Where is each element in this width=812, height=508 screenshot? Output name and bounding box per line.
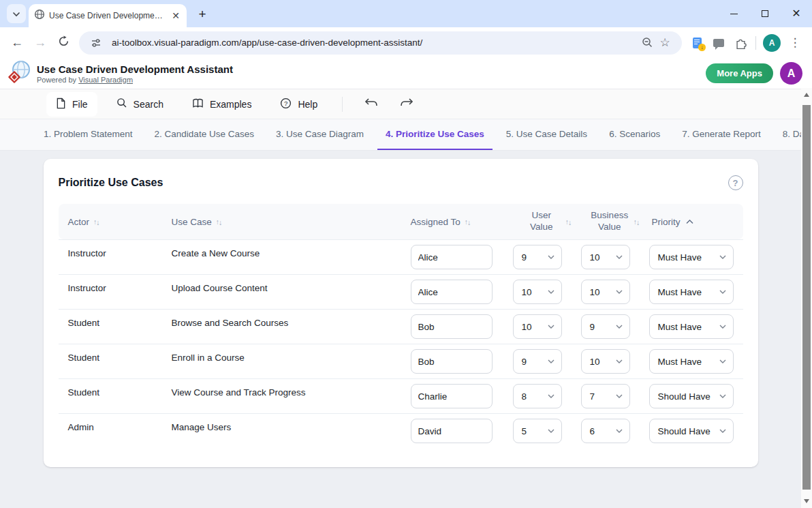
column-header-priority[interactable]: Priority [649, 217, 743, 227]
more-apps-button[interactable]: More Apps [706, 63, 773, 83]
priority-select[interactable]: Must Have [649, 280, 734, 304]
actor-cell: Admin [59, 422, 172, 432]
user-avatar[interactable]: A [780, 62, 802, 85]
business-value-select[interactable]: 7 [581, 384, 630, 408]
url-bar[interactable]: ai-toolbox.visual-paradigm.com/app/use-c… [79, 31, 682, 55]
comment-bubble-icon[interactable] [708, 32, 730, 54]
file-icon [56, 98, 66, 111]
step-tabs: 1. Problem Statement 2. Candidate Use Ca… [0, 119, 801, 151]
reload-icon [58, 35, 69, 50]
svg-text:?: ? [284, 99, 287, 106]
priority-select[interactable]: Should Have [649, 419, 734, 443]
priority-select[interactable]: Must Have [649, 314, 734, 339]
sort-ascending-icon [686, 220, 693, 224]
chevron-down-icon [719, 394, 726, 398]
user-value-select[interactable]: 5 [513, 419, 562, 443]
file-menu[interactable]: File [46, 92, 97, 117]
actor-cell: Student [59, 353, 172, 363]
close-icon: ✕ [792, 8, 800, 19]
window-maximize-button[interactable] [749, 0, 781, 27]
column-header-actor[interactable]: Actor ↑↓ [59, 217, 172, 227]
bookmark-star-icon[interactable]: ☆ [656, 34, 674, 52]
user-value-select[interactable]: 9 [513, 245, 562, 269]
business-value-select[interactable]: 10 [581, 280, 630, 304]
chevron-down-icon [548, 359, 555, 363]
actor-cell: Instructor [59, 283, 172, 293]
assigned-to-input[interactable] [411, 314, 493, 339]
browser-toolbar: ← → ai-toolbox.visual-paradigm.com/app/u… [0, 27, 812, 58]
tab-generate-report[interactable]: 7. Generate Report [674, 119, 769, 150]
main-content: Prioritize Use Cases ? Actor ↑↓ Use Case… [0, 151, 801, 508]
chevron-down-icon [616, 290, 623, 294]
tab-scenarios[interactable]: 6. Scenarios [601, 119, 668, 150]
table-row: Instructor Create a New Course 9 10 Must… [59, 239, 743, 274]
column-header-assigned-to[interactable]: Assigned To ↑↓ [411, 217, 513, 227]
column-header-user-value[interactable]: User Value ↑↓ [513, 210, 581, 233]
user-value-select[interactable]: 9 [513, 349, 562, 374]
user-value-select[interactable]: 8 [513, 384, 562, 408]
page-scrollbar[interactable] [801, 88, 812, 508]
tab-use-case-details[interactable]: 5. Use Case Details [498, 119, 595, 150]
search-menu[interactable]: Search [107, 92, 173, 116]
reading-list-icon[interactable]: ↓ [686, 32, 708, 54]
reload-button[interactable] [52, 31, 75, 55]
sort-icon: ↑↓ [634, 218, 640, 226]
zoom-out-icon[interactable] [638, 34, 656, 52]
url-text[interactable]: ai-toolbox.visual-paradigm.com/app/use-c… [112, 38, 638, 48]
assigned-to-input[interactable] [411, 384, 493, 408]
new-tab-button[interactable]: + [193, 5, 211, 23]
redo-icon [399, 98, 414, 110]
toolbar-divider [755, 36, 756, 50]
site-info-icon[interactable] [87, 34, 105, 52]
window-close-button[interactable]: ✕ [781, 0, 812, 27]
browser-tab[interactable]: Use Case Driven Development A ✕ [29, 4, 187, 27]
redo-button[interactable] [393, 93, 420, 115]
back-button[interactable]: ← [5, 31, 29, 55]
tab-candidate-use-cases[interactable]: 2. Candidate Use Cases [146, 119, 262, 150]
assigned-to-input[interactable] [411, 280, 493, 304]
browser-menu-button[interactable]: ⋮ [783, 31, 807, 55]
user-value-select[interactable]: 10 [513, 314, 562, 339]
priority-select[interactable]: Must Have [649, 349, 734, 374]
table-row: Student Browse and Search Courses 10 9 M… [59, 309, 743, 344]
chevron-down-icon [719, 255, 726, 259]
column-header-business-value[interactable]: Business Value ↑↓ [581, 210, 649, 233]
tab-prioritize-use-cases[interactable]: 4. Prioritize Use Cases [377, 119, 493, 150]
scroll-down-arrow[interactable] [801, 496, 812, 507]
scroll-up-arrow[interactable] [801, 89, 812, 100]
business-value-select[interactable]: 10 [581, 245, 630, 269]
tab-problem-statement[interactable]: 1. Problem Statement [35, 119, 141, 150]
column-header-use-case[interactable]: Use Case ↑↓ [172, 217, 411, 227]
visual-paradigm-link[interactable]: Visual Paradigm [78, 76, 133, 84]
browser-profile-avatar[interactable]: A [763, 34, 781, 52]
priority-select[interactable]: Must Have [649, 245, 734, 269]
tab-search-button[interactable] [7, 4, 26, 23]
use-case-cell: Upload Course Content [172, 283, 411, 293]
powered-by: Powered by Visual Paradigm [37, 76, 233, 84]
business-value-select[interactable]: 9 [581, 314, 630, 339]
use-case-cell: Enroll in a Course [172, 353, 411, 363]
chevron-down-icon [719, 325, 726, 329]
business-value-select[interactable]: 6 [581, 419, 630, 443]
globe-favicon-icon [34, 9, 45, 23]
prioritize-card: Prioritize Use Cases ? Actor ↑↓ Use Case… [44, 159, 758, 467]
extensions-puzzle-icon[interactable] [730, 32, 751, 54]
card-help-icon[interactable]: ? [728, 175, 743, 190]
assigned-to-input[interactable] [411, 419, 493, 443]
priority-select[interactable]: Should Have [649, 384, 734, 408]
window-minimize-button[interactable] [718, 0, 749, 27]
examples-menu[interactable]: Examples [183, 93, 261, 116]
tab-use-case-diagram[interactable]: 3. Use Case Diagram [268, 119, 372, 150]
actor-cell: Student [59, 318, 172, 328]
scrollbar-thumb[interactable] [802, 105, 811, 490]
chevron-down-icon [548, 429, 555, 433]
tab-close-icon[interactable]: ✕ [170, 10, 181, 21]
sort-icon: ↑↓ [93, 218, 100, 226]
business-value-select[interactable]: 10 [581, 349, 630, 374]
forward-button[interactable]: → [29, 31, 52, 55]
help-menu[interactable]: ? Help [270, 92, 327, 117]
assigned-to-input[interactable] [411, 245, 493, 269]
assigned-to-input[interactable] [411, 349, 493, 374]
undo-button[interactable] [358, 93, 385, 115]
user-value-select[interactable]: 10 [513, 280, 562, 304]
